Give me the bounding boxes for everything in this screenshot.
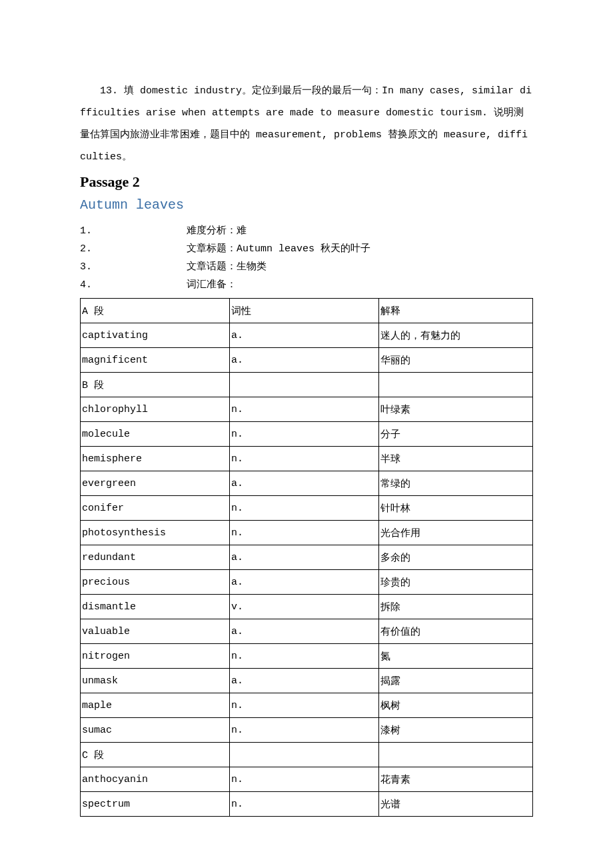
vocab-tbody: A 段 词性 解释 captivatinga.迷人的，有魅力的magnifice… bbox=[81, 299, 533, 817]
table-cell: molecule bbox=[81, 422, 230, 447]
table-cell: n. bbox=[230, 767, 379, 792]
table-row: B 段 bbox=[81, 373, 533, 397]
table-cell: 光谱 bbox=[379, 792, 533, 817]
document-page: 13. 填 domestic industry。定位到最后一段的最后一句：In … bbox=[0, 0, 613, 857]
table-cell: photosynthesis bbox=[81, 521, 230, 545]
table-cell: conifer bbox=[81, 496, 230, 521]
table-cell: captivating bbox=[81, 323, 230, 348]
table-cell: 枫树 bbox=[379, 693, 533, 718]
table-cell: a. bbox=[230, 669, 379, 693]
table-cell: valuable bbox=[81, 619, 230, 644]
table-cell: nitrogen bbox=[81, 644, 230, 669]
table-cell: n. bbox=[230, 718, 379, 743]
table-cell: 揭露 bbox=[379, 669, 533, 693]
table-cell: 漆树 bbox=[379, 718, 533, 743]
table-cell: a. bbox=[230, 545, 379, 570]
table-cell: 光合作用 bbox=[379, 521, 533, 545]
table-cell: n. bbox=[230, 521, 379, 545]
table-cell: spectrum bbox=[81, 792, 230, 817]
table-cell: 华丽的 bbox=[379, 348, 533, 373]
table-cell: C 段 bbox=[81, 743, 230, 767]
table-cell: chlorophyll bbox=[81, 397, 230, 422]
table-cell: a. bbox=[230, 570, 379, 595]
table-row: spectrumn.光谱 bbox=[81, 792, 533, 817]
table-row: captivatinga.迷人的，有魅力的 bbox=[81, 323, 533, 348]
meta-number: 4. bbox=[80, 276, 187, 294]
table-cell: a. bbox=[230, 323, 379, 348]
table-cell: precious bbox=[81, 570, 230, 595]
table-cell: n. bbox=[230, 644, 379, 669]
table-cell: maple bbox=[81, 693, 230, 718]
meta-text: 文章话题：生物类 bbox=[187, 258, 267, 276]
table-row: C 段 bbox=[81, 743, 533, 767]
meta-item: 3. 文章话题：生物类 bbox=[80, 258, 533, 276]
answer-paragraph: 13. 填 domestic industry。定位到最后一段的最后一句：In … bbox=[80, 80, 533, 168]
header-cell: 词性 bbox=[230, 299, 379, 323]
meta-text: 文章标题：Autumn leaves 秋天的叶子 bbox=[187, 240, 370, 258]
table-cell: evergreen bbox=[81, 471, 230, 496]
table-row: sumacn.漆树 bbox=[81, 718, 533, 743]
table-header-row: A 段 词性 解释 bbox=[81, 299, 533, 323]
table-cell: magnificent bbox=[81, 348, 230, 373]
table-row: preciousa.珍贵的 bbox=[81, 570, 533, 595]
table-cell: 珍贵的 bbox=[379, 570, 533, 595]
table-row: magnificenta.华丽的 bbox=[81, 348, 533, 373]
passage-title: Autumn leaves bbox=[80, 197, 533, 213]
meta-item: 1. 难度分析：难 bbox=[80, 222, 533, 240]
table-cell: unmask bbox=[81, 669, 230, 693]
table-cell: sumac bbox=[81, 718, 230, 743]
table-cell: 迷人的，有魅力的 bbox=[379, 323, 533, 348]
table-cell bbox=[379, 373, 533, 397]
meta-item: 4. 词汇准备： bbox=[80, 276, 533, 294]
table-cell bbox=[230, 373, 379, 397]
table-cell: n. bbox=[230, 422, 379, 447]
table-cell: 常绿的 bbox=[379, 471, 533, 496]
table-row: maplen.枫树 bbox=[81, 693, 533, 718]
table-cell: 有价值的 bbox=[379, 619, 533, 644]
table-cell bbox=[379, 743, 533, 767]
table-cell: n. bbox=[230, 496, 379, 521]
meta-list: 1. 难度分析：难 2. 文章标题：Autumn leaves 秋天的叶子 3.… bbox=[80, 222, 533, 294]
table-cell: a. bbox=[230, 471, 379, 496]
table-row: hemispheren.半球 bbox=[81, 447, 533, 471]
table-cell bbox=[230, 743, 379, 767]
table-cell: v. bbox=[230, 595, 379, 619]
table-cell: hemisphere bbox=[81, 447, 230, 471]
table-cell: 叶绿素 bbox=[379, 397, 533, 422]
table-cell: redundant bbox=[81, 545, 230, 570]
table-cell: n. bbox=[230, 447, 379, 471]
table-cell: 半球 bbox=[379, 447, 533, 471]
table-cell: 分子 bbox=[379, 422, 533, 447]
table-row: dismantlev.拆除 bbox=[81, 595, 533, 619]
vocabulary-table: A 段 词性 解释 captivatinga.迷人的，有魅力的magnifice… bbox=[80, 298, 533, 817]
table-cell: a. bbox=[230, 619, 379, 644]
table-cell: a. bbox=[230, 348, 379, 373]
header-cell: 解释 bbox=[379, 299, 533, 323]
table-cell: anthocyanin bbox=[81, 767, 230, 792]
table-row: valuablea.有价值的 bbox=[81, 619, 533, 644]
table-cell: n. bbox=[230, 397, 379, 422]
passage-heading: Passage 2 bbox=[80, 173, 533, 191]
table-row: redundanta.多余的 bbox=[81, 545, 533, 570]
table-cell: dismantle bbox=[81, 595, 230, 619]
table-cell: n. bbox=[230, 693, 379, 718]
meta-number: 2. bbox=[80, 240, 187, 258]
table-cell: 针叶林 bbox=[379, 496, 533, 521]
table-row: unmaska.揭露 bbox=[81, 669, 533, 693]
meta-item: 2. 文章标题：Autumn leaves 秋天的叶子 bbox=[80, 240, 533, 258]
table-cell: 多余的 bbox=[379, 545, 533, 570]
table-row: chlorophylln.叶绿素 bbox=[81, 397, 533, 422]
table-row: moleculen.分子 bbox=[81, 422, 533, 447]
meta-number: 1. bbox=[80, 222, 187, 240]
table-row: nitrogenn.氮 bbox=[81, 644, 533, 669]
table-row: conifern.针叶林 bbox=[81, 496, 533, 521]
header-cell: A 段 bbox=[81, 299, 230, 323]
meta-text: 词汇准备： bbox=[187, 276, 237, 294]
table-cell: 拆除 bbox=[379, 595, 533, 619]
table-cell: B 段 bbox=[81, 373, 230, 397]
table-row: photosynthesisn.光合作用 bbox=[81, 521, 533, 545]
table-cell: 氮 bbox=[379, 644, 533, 669]
table-cell: 花青素 bbox=[379, 767, 533, 792]
meta-text: 难度分析：难 bbox=[187, 222, 247, 240]
table-cell: n. bbox=[230, 792, 379, 817]
